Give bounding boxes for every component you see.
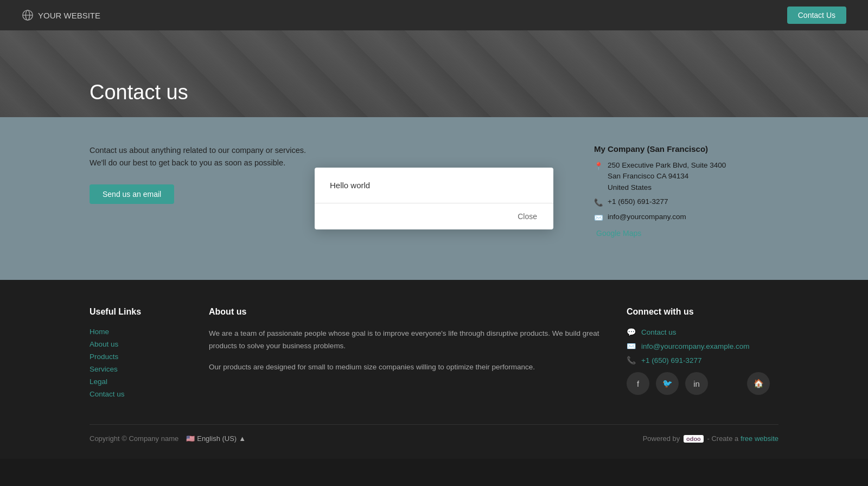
footer-connect: Connect with us 💬 Contact us ✉️ info@you… bbox=[627, 307, 778, 402]
connect-contact-link[interactable]: Contact us bbox=[641, 328, 676, 336]
footer-link-contact[interactable]: Contact us bbox=[90, 390, 187, 398]
modal-close-button[interactable]: Close bbox=[512, 210, 542, 223]
footer-link-legal[interactable]: Legal bbox=[90, 378, 187, 386]
modal-footer: Close bbox=[315, 203, 553, 229]
modal-overlay: Hello world Close bbox=[0, 117, 868, 280]
modal-box: Hello world Close bbox=[315, 168, 553, 229]
connect-title: Connect with us bbox=[627, 307, 778, 317]
social-icons: f 🐦 in 🏠 bbox=[627, 372, 778, 395]
connect-email: ✉️ info@yourcompany.example.com bbox=[627, 342, 778, 350]
hero-section: Contact us bbox=[0, 30, 868, 117]
contact-section: Contact us about anything related to our… bbox=[0, 117, 868, 280]
navbar-contact-button[interactable]: Contact Us bbox=[787, 7, 846, 24]
twitter-button[interactable]: 🐦 bbox=[656, 372, 679, 395]
about-para2: Our products are designed for small to m… bbox=[209, 361, 605, 374]
language-selector[interactable]: 🇺🇸 English (US) ▲ bbox=[186, 434, 246, 443]
footer-link-home[interactable]: Home bbox=[90, 328, 187, 336]
globe-icon bbox=[22, 9, 34, 21]
useful-links-title: Useful Links bbox=[90, 307, 187, 317]
language-label: English (US) bbox=[197, 434, 237, 443]
footer-grid: Useful Links Home About us Products Serv… bbox=[90, 307, 778, 402]
brand: YOUR WEBSITE bbox=[22, 9, 100, 21]
chevron-up-icon: ▲ bbox=[239, 434, 246, 443]
connect-phone-icon: 📞 bbox=[627, 356, 636, 364]
footer-useful-links: Useful Links Home About us Products Serv… bbox=[90, 307, 187, 402]
facebook-button[interactable]: f bbox=[627, 372, 649, 395]
footer-bottom-right: Powered by odoo - Create a free website bbox=[643, 434, 778, 443]
connect-phone-link[interactable]: +1 (650) 691-3277 bbox=[641, 356, 701, 364]
connect-email-icon: ✉️ bbox=[627, 342, 636, 350]
connect-contact: 💬 Contact us bbox=[627, 328, 778, 336]
chat-icon: 💬 bbox=[627, 328, 636, 336]
connect-phone: 📞 +1 (650) 691-3277 bbox=[627, 356, 778, 364]
page-title: Contact us bbox=[90, 81, 188, 104]
home-button[interactable]: 🏠 bbox=[747, 372, 770, 395]
copyright: Copyright © Company name bbox=[90, 434, 178, 443]
connect-email-link[interactable]: info@yourcompany.example.com bbox=[641, 342, 750, 350]
free-website-link[interactable]: free website bbox=[741, 434, 778, 443]
about-para1: We are a team of passionate people whose… bbox=[209, 328, 605, 353]
footer-bottom: Copyright © Company name 🇺🇸 English (US)… bbox=[90, 424, 778, 443]
brand-label: YOUR WEBSITE bbox=[38, 11, 100, 20]
odoo-badge: odoo bbox=[684, 435, 704, 443]
footer-about: About us We are a team of passionate peo… bbox=[209, 307, 605, 402]
flag-icon: 🇺🇸 bbox=[186, 434, 195, 443]
about-title: About us bbox=[209, 307, 605, 317]
modal-body: Hello world bbox=[315, 168, 553, 203]
footer-bottom-left: Copyright © Company name 🇺🇸 English (US)… bbox=[90, 434, 246, 443]
navbar: YOUR WEBSITE Contact Us bbox=[0, 0, 868, 30]
linkedin-button[interactable]: in bbox=[685, 372, 708, 395]
footer-link-services[interactable]: Services bbox=[90, 365, 187, 373]
footer: Useful Links Home About us Products Serv… bbox=[0, 280, 868, 459]
footer-link-products[interactable]: Products bbox=[90, 353, 187, 361]
footer-link-about[interactable]: About us bbox=[90, 340, 187, 348]
